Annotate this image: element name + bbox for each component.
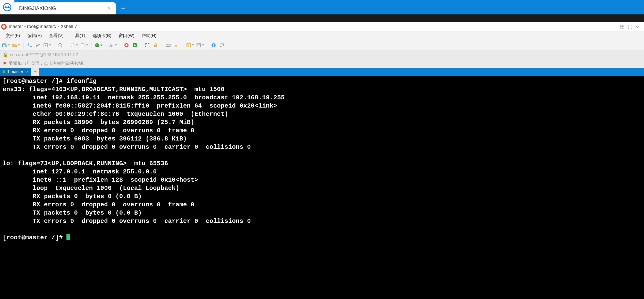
properties-button[interactable] (43, 42, 52, 49)
xshell-logo-icon (1, 24, 7, 30)
xftp-icon[interactable] (131, 42, 138, 49)
svg-rect-9 (3, 44, 6, 45)
svg-text:?: ? (213, 44, 215, 47)
svg-rect-29 (197, 43, 200, 45)
font-button[interactable]: AA (108, 42, 117, 49)
toolbar: AA ? (0, 40, 644, 50)
hint-bar: ⚑ 要添加当前会话，点击左侧的箭头按钮。 (0, 59, 644, 68)
svg-rect-25 (166, 44, 170, 47)
address-text: ssh://root:******@192.168.19.11:22 (10, 52, 78, 57)
menu-bar: 文件(F) 编辑(E) 查看(V) 工具(T) 选项卡(B) 窗口(W) 帮助(… (0, 31, 644, 40)
dock-icon[interactable] (619, 24, 626, 30)
close-icon[interactable]: × (26, 70, 28, 74)
hint-text: 要添加当前会话，点击左侧的箭头按钮。 (9, 60, 88, 66)
menu-window[interactable]: 窗口(W) (115, 32, 138, 40)
chat-button[interactable] (218, 42, 225, 49)
session-tab-master[interactable]: 1 master × (0, 68, 31, 76)
status-dot-icon (3, 71, 5, 73)
transfer-button[interactable] (26, 42, 33, 49)
lock-icon: 🔒 (3, 52, 8, 57)
svg-rect-7 (622, 27, 624, 28)
keyboard-button[interactable] (165, 42, 172, 49)
svg-point-22 (125, 44, 128, 46)
fullscreen-icon[interactable] (626, 24, 634, 30)
menu-tabs[interactable]: 选项卡(B) (89, 32, 115, 40)
svg-point-18 (95, 43, 99, 47)
svg-rect-17 (82, 43, 83, 44)
link-button[interactable] (34, 42, 41, 49)
teamviewer-icon[interactable] (0, 0, 14, 14)
search-button[interactable] (57, 42, 64, 49)
svg-rect-16 (81, 43, 84, 47)
menu-view[interactable]: 查看(V) (45, 32, 67, 40)
new-session-button[interactable] (2, 42, 11, 49)
layout1-button[interactable] (185, 42, 194, 49)
svg-rect-24 (154, 45, 157, 47)
remote-tab-strip: DINGJIAXIONG × + (0, 0, 644, 14)
xshell-titlebar: master - root@master:/ - Xshell 7 (0, 22, 644, 31)
xshell-icon[interactable] (123, 42, 130, 49)
lock-button[interactable] (152, 42, 159, 49)
menu-edit[interactable]: 编辑(E) (24, 32, 46, 40)
window-gap (0, 14, 644, 22)
layout2-button[interactable] (196, 42, 205, 49)
paste-button[interactable] (80, 42, 89, 49)
menu-file[interactable]: 文件(F) (2, 32, 24, 40)
copy-button[interactable] (70, 42, 79, 49)
close-icon[interactable]: × (107, 5, 111, 12)
add-session-button[interactable]: + (31, 68, 39, 76)
svg-rect-27 (187, 43, 189, 47)
flag-icon: ⚑ (3, 61, 7, 66)
svg-rect-5 (622, 25, 624, 27)
svg-point-13 (59, 43, 61, 46)
chevron-down-icon[interactable] (634, 24, 641, 30)
remote-tab-title: DINGJIAXIONG (19, 5, 56, 11)
add-tab-button[interactable]: + (116, 2, 130, 14)
remote-tab[interactable]: DINGJIAXIONG × (13, 2, 116, 14)
window-title: master - root@master:/ - Xshell 7 (9, 24, 77, 29)
svg-rect-15 (72, 44, 74, 47)
svg-text:A: A (112, 45, 113, 47)
fullscreen-button[interactable] (144, 42, 151, 49)
help-button[interactable]: ? (210, 42, 217, 49)
terminal[interactable]: [root@master /]# ifconfig ens33: flags=4… (0, 76, 644, 299)
highlight-button[interactable] (173, 42, 180, 49)
svg-point-12 (45, 45, 46, 46)
open-session-button[interactable] (12, 42, 21, 49)
menu-help[interactable]: 帮助(H) (138, 32, 160, 40)
menu-tools[interactable]: 工具(T) (67, 32, 89, 40)
session-tab-strip: 1 master × + (0, 68, 644, 76)
svg-rect-3 (6, 7, 9, 7)
globe-button[interactable] (94, 42, 103, 49)
svg-rect-4 (620, 25, 622, 27)
svg-rect-6 (620, 27, 622, 28)
address-bar[interactable]: 🔒 ssh://root:******@192.168.19.11:22 (0, 50, 644, 59)
session-tab-label: 1 master (7, 69, 23, 74)
